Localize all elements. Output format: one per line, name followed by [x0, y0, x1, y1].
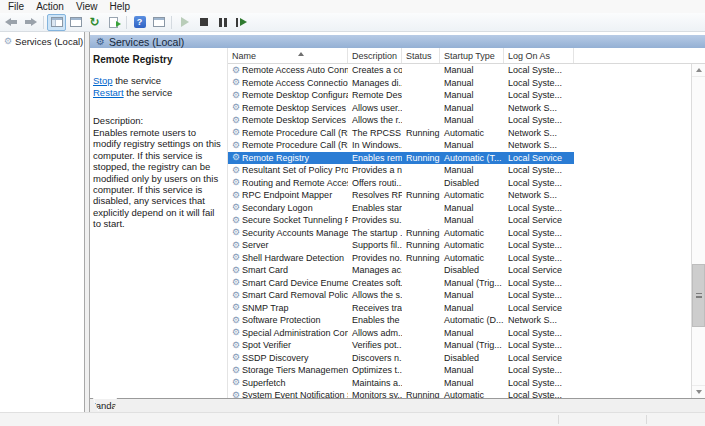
- menu-file[interactable]: File: [2, 1, 30, 12]
- service-row[interactable]: ⚙Shell Hardware Detection Provides no...…: [228, 252, 574, 265]
- service-gear-icon: ⚙: [232, 166, 240, 175]
- menu-action[interactable]: Action: [30, 1, 70, 12]
- service-row[interactable]: ⚙Smart Card Removal Policy Allows the s.…: [228, 289, 574, 302]
- column-header-name[interactable]: Name: [228, 48, 348, 63]
- stop-service-button[interactable]: [194, 14, 213, 31]
- service-row[interactable]: ⚙Remote Registry Enables rem... Running …: [228, 152, 574, 165]
- show-console-tree-button[interactable]: [47, 14, 66, 31]
- service-log-on-as: Network S...: [504, 140, 574, 150]
- service-gear-icon: ⚙: [232, 216, 240, 225]
- tree-item-label: Services (Local): [15, 36, 83, 47]
- scroll-down-button[interactable]: [692, 385, 705, 398]
- service-row[interactable]: ⚙Special Administration Con... Allows ad…: [228, 327, 574, 340]
- service-description: Offers routi...: [348, 178, 402, 188]
- service-row[interactable]: ⚙Secure Socket Tunneling Pr... Provides …: [228, 214, 574, 227]
- service-gear-icon: ⚙: [232, 391, 240, 398]
- menu-help[interactable]: Help: [103, 1, 136, 12]
- back-button[interactable]: [2, 14, 21, 31]
- service-row[interactable]: ⚙Security Accounts Manager The startup .…: [228, 227, 574, 240]
- service-log-on-as: Local Service: [504, 303, 574, 313]
- refresh-button[interactable]: ↻: [85, 14, 104, 31]
- sort-ascending-icon: [298, 52, 304, 56]
- service-startup-type: Automatic: [440, 240, 504, 250]
- service-row[interactable]: ⚙Smart Card Device Enumera... Creates so…: [228, 277, 574, 290]
- service-row[interactable]: ⚙Server Supports fil... Running Automati…: [228, 239, 574, 252]
- service-row[interactable]: ⚙SSDP Discovery Discovers n... Disabled …: [228, 352, 574, 365]
- service-description: In Windows...: [348, 140, 402, 150]
- service-row[interactable]: ⚙Remote Desktop Configurat... Remote Des…: [228, 89, 574, 102]
- restart-service-link[interactable]: Restart: [93, 87, 124, 98]
- service-description: Optimizes t...: [348, 365, 402, 375]
- help-button[interactable]: ?: [130, 14, 149, 31]
- service-row[interactable]: ⚙Smart Card Manages ac... Disabled Local…: [228, 264, 574, 277]
- service-row[interactable]: ⚙Remote Access Auto Conne... Creates a c…: [228, 64, 574, 77]
- service-row[interactable]: ⚙Routing and Remote Access Offers routi.…: [228, 177, 574, 190]
- toolbar: ↻ ?: [0, 13, 705, 32]
- service-name: Storage Tiers Management: [242, 365, 348, 375]
- service-log-on-as: Local Syste...: [504, 378, 574, 388]
- service-row[interactable]: ⚙RPC Endpoint Mapper Resolves RP... Runn…: [228, 189, 574, 202]
- service-row[interactable]: ⚙Remote Procedure Call (RP... In Windows…: [228, 139, 574, 152]
- service-row[interactable]: ⚙Software Protection Enables the ... Aut…: [228, 314, 574, 327]
- service-row[interactable]: ⚙Secondary Logon Enables star... Manual …: [228, 202, 574, 215]
- scrollbar-thumb[interactable]: [692, 264, 705, 327]
- forward-button[interactable]: [21, 14, 40, 31]
- panel-header-title: Services (Local): [109, 36, 184, 48]
- service-name: Routing and Remote Access: [242, 178, 348, 188]
- service-description: Allows user...: [348, 103, 402, 113]
- service-name: Remote Desktop Services U...: [242, 115, 348, 125]
- vertical-scrollbar[interactable]: [691, 64, 705, 398]
- service-log-on-as: Local Syste...: [504, 115, 574, 125]
- pause-service-button[interactable]: [213, 14, 232, 31]
- service-row[interactable]: ⚙SNMP Trap Receives tra... Manual Local …: [228, 302, 574, 315]
- service-startup-type: Automatic: [440, 253, 504, 263]
- service-description: Discovers n...: [348, 353, 402, 363]
- service-row[interactable]: ⚙Resultant Set of Policy Provi... Provid…: [228, 164, 574, 177]
- export-list-button[interactable]: [104, 14, 123, 31]
- service-gear-icon: ⚙: [232, 153, 240, 162]
- service-log-on-as: Local Syste...: [504, 78, 574, 88]
- stop-service-icon: [200, 18, 208, 26]
- service-name: Secure Socket Tunneling Pr...: [242, 215, 348, 225]
- column-header-description[interactable]: Description: [348, 48, 402, 63]
- show-action-pane-button[interactable]: [149, 14, 168, 31]
- column-header-status[interactable]: Status: [402, 48, 440, 63]
- menu-view[interactable]: View: [70, 1, 104, 12]
- refresh-icon: ↻: [89, 16, 99, 28]
- start-service-button[interactable]: [175, 14, 194, 31]
- service-description: Resolves RP...: [348, 190, 402, 200]
- back-icon: [5, 18, 18, 27]
- stop-service-link[interactable]: Stop: [93, 75, 113, 86]
- status-bar-separator: [646, 415, 647, 424]
- service-log-on-as: Local Syste...: [504, 390, 574, 398]
- scroll-up-button[interactable]: [692, 64, 705, 77]
- service-startup-type: Manual: [440, 115, 504, 125]
- panel-body: Remote Registry Stop the service Restart…: [90, 48, 705, 398]
- service-gear-icon: ⚙: [232, 341, 240, 350]
- service-startup-type: Manual: [440, 90, 504, 100]
- service-name: Software Protection: [242, 315, 321, 325]
- service-gear-icon: ⚙: [232, 128, 240, 137]
- service-row[interactable]: ⚙Remote Desktop Services U... Allows the…: [228, 114, 574, 127]
- properties-button[interactable]: [66, 14, 85, 31]
- service-row[interactable]: ⚙Remote Procedure Call (RPC) The RPCSS .…: [228, 127, 574, 140]
- service-row[interactable]: ⚙Remote Desktop Services Allows user... …: [228, 102, 574, 115]
- service-gear-icon: ⚙: [232, 78, 240, 87]
- service-row[interactable]: ⚙Storage Tiers Management Optimizes t...…: [228, 364, 574, 377]
- tree-item-services-local[interactable]: ⚙ Services (Local): [0, 35, 84, 48]
- service-row[interactable]: ⚙Superfetch Maintains a... Manual Local …: [228, 377, 574, 390]
- service-startup-type: Manual: [440, 78, 504, 88]
- service-row[interactable]: ⚙Spot Verifier Verifies pot... Manual (T…: [228, 339, 574, 352]
- service-log-on-as: Local Syste...: [504, 240, 574, 250]
- service-name: Resultant Set of Policy Provi...: [242, 165, 348, 175]
- service-log-on-as: Local Syste...: [504, 228, 574, 238]
- service-row[interactable]: ⚙System Event Notification S... Monitors…: [228, 389, 574, 398]
- service-startup-type: Manual (Trig...: [440, 278, 504, 288]
- column-header-log-on-as[interactable]: Log On As: [504, 48, 574, 63]
- restart-service-button[interactable]: [232, 14, 251, 31]
- service-status: Running: [402, 390, 440, 398]
- service-startup-type: Manual: [440, 365, 504, 375]
- column-header-startup-type[interactable]: Startup Type: [440, 48, 504, 63]
- service-description: Allows the r...: [348, 115, 402, 125]
- service-row[interactable]: ⚙Remote Access Connection... Manages di.…: [228, 77, 574, 90]
